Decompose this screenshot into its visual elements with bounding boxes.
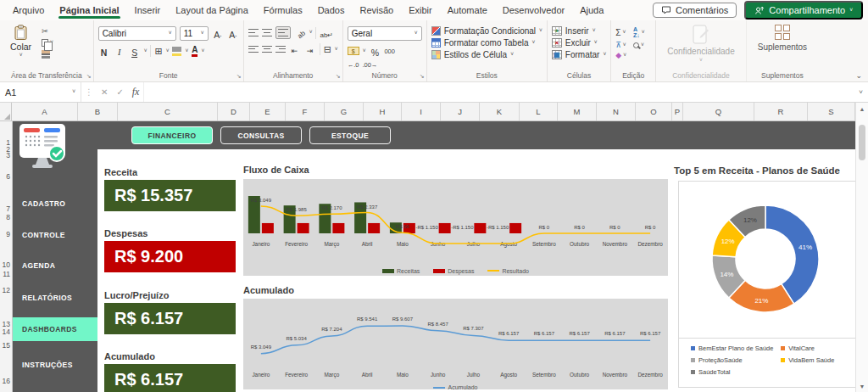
column-header-I[interactable]: I — [402, 103, 441, 120]
column-header-P[interactable]: P — [672, 103, 683, 120]
percent-style-button[interactable]: % — [369, 45, 381, 57]
formula-input[interactable] — [143, 82, 854, 102]
sort-filter-button[interactable]: AZ↓˅ — [633, 26, 645, 38]
bold-button[interactable]: N — [98, 45, 110, 57]
share-button[interactable]: Compartilhamento ˅ — [744, 1, 863, 20]
collapse-ribbon-icon[interactable]: ⌄ — [855, 71, 862, 80]
underline-button[interactable]: S — [129, 45, 141, 57]
row-header-15[interactable]: 15 — [3, 341, 10, 350]
dashboard-tab-financeiro[interactable]: FINANCEIRO — [131, 126, 213, 144]
enter-icon[interactable]: ✓ — [112, 87, 127, 97]
copy-button[interactable]: ˅ — [42, 39, 53, 47]
menu-tab-automate[interactable]: Automate — [440, 2, 495, 19]
menu-tab-ajuda[interactable]: Ajuda — [572, 2, 611, 19]
grow-font-button[interactable]: Aˆ — [212, 28, 224, 40]
menu-tab-layout-da-página[interactable]: Layout da Página — [168, 2, 256, 19]
decrease-decimal-icon[interactable]: .00→ — [362, 61, 377, 69]
sidebar-item-controle[interactable]: CONTROLE — [13, 223, 97, 247]
column-header-J[interactable]: J — [441, 103, 480, 120]
menu-tab-inserir[interactable]: Inserir — [127, 2, 169, 19]
column-header-C[interactable]: C — [118, 103, 218, 120]
scroll-down-icon[interactable]: ▼ — [856, 380, 868, 392]
scrollbar-thumb[interactable] — [859, 125, 865, 160]
column-header-R[interactable]: R — [754, 103, 808, 120]
find-select-button[interactable]: ˅ — [633, 42, 645, 48]
align-middle-button[interactable] — [262, 29, 272, 36]
insert-function-icon[interactable]: fx — [128, 86, 144, 98]
dialog-launcher-icon[interactable]: ↘ — [86, 73, 92, 80]
italic-button[interactable]: I — [114, 45, 125, 57]
dialog-launcher-icon[interactable]: ↘ — [336, 73, 341, 80]
format-cells-button[interactable]: ▦Formatar˅ — [552, 50, 606, 59]
column-header-A[interactable]: A — [12, 103, 78, 120]
menu-tab-exibir[interactable]: Exibir — [401, 2, 440, 19]
font-size-select[interactable]: 11˅ — [180, 26, 209, 41]
column-header-O[interactable]: O — [636, 103, 672, 120]
align-top-button[interactable] — [248, 29, 259, 36]
column-header-K[interactable]: K — [480, 103, 520, 120]
align-bottom-button[interactable] — [275, 26, 291, 39]
align-center-button[interactable] — [262, 46, 272, 53]
column-header-G[interactable]: G — [325, 103, 364, 120]
borders-button[interactable]: ⊞ — [154, 47, 162, 56]
row-header-6[interactable]: 6 — [6, 172, 10, 181]
menu-tab-página-inicial[interactable]: Página Inicial — [52, 2, 126, 19]
row-header-12[interactable]: 12 — [3, 286, 10, 294]
menu-tab-fórmulas[interactable]: Fórmulas — [256, 2, 310, 19]
row-header-14[interactable]: 14 — [3, 328, 10, 336]
paste-button[interactable]: Colar ˅ — [4, 24, 37, 59]
conditional-formatting-button[interactable]: Formatação Condicional˅ — [431, 26, 542, 36]
column-header-H[interactable]: H — [364, 103, 402, 120]
row-header-7[interactable]: 7 — [6, 204, 10, 213]
column-header-L[interactable]: L — [520, 103, 558, 120]
column-header-D[interactable]: D — [218, 103, 250, 120]
menu-tab-desenvolvedor[interactable]: Desenvolvedor — [495, 2, 572, 19]
vertical-scrollbar[interactable]: ▲ ▼ — [855, 103, 868, 392]
scroll-up-icon[interactable]: ▲ — [856, 103, 868, 115]
font-color-button[interactable]: A — [192, 46, 198, 57]
fill-button[interactable]: ⊼˅ — [615, 41, 626, 49]
cancel-icon[interactable]: ✕ — [97, 87, 112, 97]
menu-tab-dados[interactable]: Dados — [310, 2, 353, 19]
sidebar-item-agenda[interactable]: AGENDA — [13, 254, 97, 277]
column-header-B[interactable]: B — [78, 103, 118, 120]
shrink-font-button[interactable]: Aˇ — [227, 28, 239, 40]
dashboard-tab-estoque[interactable]: ESTOQUE — [309, 126, 391, 144]
clear-button[interactable]: ◆˅ — [615, 52, 626, 59]
row-header-8[interactable]: 8 — [6, 213, 10, 221]
column-header-Q[interactable]: Q — [683, 103, 754, 120]
delete-cells-button[interactable]: ×Excluir˅ — [552, 38, 606, 48]
sidebar-item-cadastro[interactable]: CADASTRO — [13, 192, 97, 216]
column-header-N[interactable]: N — [597, 103, 636, 120]
sidebar-item-instruções[interactable]: INSTRUÇÕES — [13, 353, 97, 377]
format-painter-button[interactable] — [42, 50, 53, 59]
comma-style-button[interactable]: 000 — [384, 48, 395, 55]
decrease-indent-button[interactable]: ⇤ — [289, 43, 301, 55]
dialog-launcher-icon[interactable]: ↘ — [420, 73, 425, 80]
name-box[interactable]: A1 ˅ — [0, 82, 81, 102]
dashboard-tab-consultas[interactable]: CONSULTAS — [220, 126, 302, 144]
accounting-format-button[interactable]: $ — [348, 47, 359, 55]
row-header-9[interactable]: 9 — [6, 230, 10, 238]
increase-decimal-icon[interactable]: ←.0 — [348, 61, 359, 69]
align-left-button[interactable] — [248, 46, 259, 53]
autosum-button[interactable]: Σ˅ — [615, 28, 626, 37]
row-header-10[interactable]: 10 — [3, 260, 10, 269]
merge-center-button[interactable]: ⊟ — [324, 45, 331, 54]
align-right-button[interactable] — [275, 46, 286, 53]
cell-styles-button[interactable]: Estilos de Célula˅ — [431, 50, 542, 59]
column-header-F[interactable]: F — [286, 103, 325, 120]
font-name-select[interactable]: Calibri˅ — [98, 26, 176, 41]
dialog-launcher-icon[interactable]: ↘ — [236, 73, 242, 80]
number-format-select[interactable]: Geral˅ — [348, 26, 422, 41]
formula-bar-expand-icon[interactable]: ˅ — [854, 88, 868, 96]
column-header-S[interactable]: S — [808, 103, 855, 120]
sidebar-item-dashboards[interactable]: DASHBOARDS — [13, 317, 97, 341]
orientation-button[interactable]: ab — [292, 25, 309, 42]
insert-cells-button[interactable]: +Inserir˅ — [552, 26, 606, 36]
wrap-text-button[interactable]: ab↵ — [320, 27, 333, 39]
sidebar-item-relatórios[interactable]: RELATÓRIOS — [13, 286, 97, 310]
row-header-11[interactable]: 11 — [3, 270, 10, 278]
column-header-E[interactable]: E — [250, 103, 286, 120]
column-header-M[interactable]: M — [558, 103, 597, 120]
